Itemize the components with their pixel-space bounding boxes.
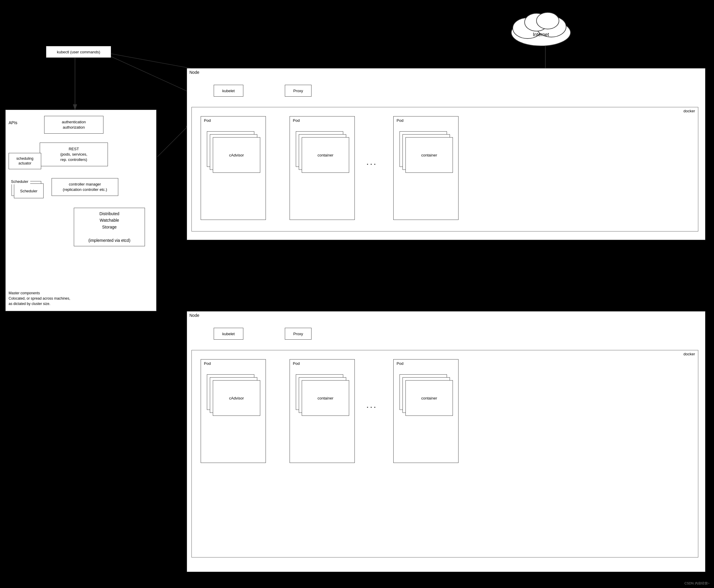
node2-cadvisor-box: cAdvisor	[213, 380, 260, 416]
svg-point-32	[537, 13, 559, 29]
node1-kubelet-box: kubelet	[214, 85, 243, 97]
controller-manager-box: controller manager(replication controlle…	[51, 178, 118, 196]
scheduler-inner: Scheduler	[14, 184, 44, 198]
distributed-storage-box: DistributedWatchableStorage(implemented …	[74, 208, 145, 246]
node1-dots: · · ·	[366, 161, 376, 168]
node2-docker-label: docker	[684, 352, 695, 356]
node2-container3-box: container	[405, 380, 453, 416]
rest-box: REST(pods, services,rep. controllers)	[40, 143, 108, 166]
node2-pod2-box: Pod container	[290, 359, 355, 463]
node2-container2-box: container	[302, 380, 349, 416]
node2-pod1-label: Pod	[204, 361, 211, 366]
node1-docker-label: docker	[684, 109, 695, 113]
node1-cadvisor-box: cAdvisor	[213, 137, 260, 173]
node2-pod3-label: Pod	[397, 361, 403, 366]
svg-text:Internet: Internet	[533, 32, 549, 37]
scheduling-actuator-box: schedulingactuator	[8, 153, 41, 169]
apis-label: APIs	[8, 120, 18, 125]
master-region: APIs authenticationauthorization REST(po…	[5, 110, 156, 311]
node1-pod2-box: Pod container	[290, 116, 355, 220]
node1-proxy-box: Proxy	[285, 85, 312, 97]
scheduler-label-outer: Scheduler	[9, 179, 30, 184]
node1-pod1-label: Pod	[204, 118, 211, 123]
node1-docker-region: docker Pod cAdvisor Pod container	[191, 107, 698, 231]
node1-region: Node kubelet Proxy docker Pod cAdvisor	[187, 68, 706, 240]
node1-label: Node	[189, 70, 199, 75]
node2-region: Node kubelet Proxy docker Pod cAdvisor P	[187, 311, 706, 572]
node1-container3-box: container	[405, 137, 453, 173]
master-note: Master componentsColocated, or spread ac…	[8, 291, 70, 307]
watermark: CSDN 内容经营~	[684, 581, 710, 586]
node2-dots: · · ·	[366, 404, 376, 411]
node2-pod3-box: Pod container	[393, 359, 459, 463]
node1-pod2-label: Pod	[293, 118, 300, 123]
node2-pod1-box: Pod cAdvisor	[201, 359, 266, 463]
node1-container2-box: container	[302, 137, 349, 173]
node1-pod1-box: Pod cAdvisor	[201, 116, 266, 220]
node2-kubelet-box: kubelet	[214, 328, 243, 340]
node2-docker-region: docker Pod cAdvisor Pod container	[191, 350, 698, 558]
node2-proxy-box: Proxy	[285, 328, 312, 340]
auth-box: authenticationauthorization	[44, 116, 103, 134]
node2-label: Node	[189, 313, 199, 318]
node1-pod3-box: Pod container	[393, 116, 459, 220]
svg-line-14	[157, 125, 190, 157]
node1-pod3-label: Pod	[397, 118, 403, 123]
diagram-area: Internet Firewall kubectl (user commands…	[0, 0, 714, 588]
internet-cloud: Internet	[504, 3, 578, 51]
node2-pod2-label: Pod	[293, 361, 300, 366]
kubectl-box: kubectl (user commands)	[46, 46, 111, 58]
